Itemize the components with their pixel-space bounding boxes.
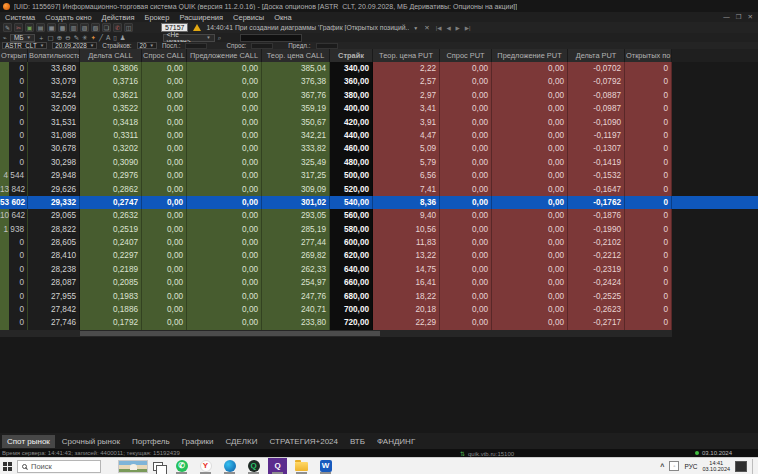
cell[interactable]: 0 xyxy=(625,129,672,142)
cell[interactable]: 0 xyxy=(625,142,672,155)
cell[interactable]: 0 xyxy=(625,183,672,196)
cell[interactable]: 0,3522 xyxy=(80,102,142,115)
cell[interactable]: 0,00 xyxy=(187,209,262,222)
cell[interactable]: -0,2424 xyxy=(568,276,625,289)
cell[interactable]: 22,29 xyxy=(373,316,440,329)
cell[interactable]: 0,00 xyxy=(187,75,262,88)
cell[interactable]: 0,00 xyxy=(440,75,492,88)
cell[interactable]: 233,80 xyxy=(262,316,330,329)
cell[interactable]: 31,531 xyxy=(28,116,80,129)
minimize-button[interactable]: — xyxy=(723,13,730,21)
widgets-photo-icon[interactable] xyxy=(118,460,148,473)
column-header[interactable]: Теор. цена CALL xyxy=(262,49,330,62)
cell[interactable]: 0,00 xyxy=(492,263,568,276)
monitor-icon[interactable]: ▣ xyxy=(25,23,34,32)
cell[interactable]: 0 xyxy=(0,142,28,155)
cell[interactable]: -0,2717 xyxy=(568,316,625,329)
cell[interactable]: 0,00 xyxy=(440,196,492,209)
cell[interactable]: 0 xyxy=(625,290,672,303)
taskbar-search-input[interactable]: Поиск xyxy=(17,460,101,473)
clients-icon[interactable]: ◫ xyxy=(124,23,133,32)
cell[interactable]: 277,44 xyxy=(262,236,330,249)
cell[interactable]: 8,36 xyxy=(373,196,440,209)
cell[interactable]: 0,00 xyxy=(142,169,187,182)
cell[interactable]: 0,00 xyxy=(142,209,187,222)
workspace-tab[interactable]: Графики xyxy=(177,435,219,448)
cell[interactable]: 240,71 xyxy=(262,303,330,316)
zoom-in-icon[interactable]: ⊕ xyxy=(57,34,62,42)
cell[interactable]: 1 938 xyxy=(0,223,28,236)
close-button[interactable]: ✕ xyxy=(748,13,753,21)
task-view-icon[interactable] xyxy=(153,462,163,471)
column-header[interactable]: Спрос CALL xyxy=(142,49,187,62)
cell[interactable]: 359,19 xyxy=(262,102,330,115)
cell[interactable]: 0 xyxy=(625,249,672,262)
search-icon[interactable]: ⌕ xyxy=(218,34,222,42)
cell[interactable]: 301,02 xyxy=(262,196,330,209)
cell[interactable]: 0,00 xyxy=(187,116,262,129)
quik-green-icon[interactable]: Q xyxy=(244,458,263,474)
cell[interactable]: 520,00 xyxy=(330,183,373,196)
table-row[interactable]: 027,8420,18860,000,00240,71700,0020,180,… xyxy=(0,303,758,316)
cell[interactable]: 0,00 xyxy=(440,156,492,169)
table-row[interactable]: 028,0870,20850,000,00254,97660,0016,410,… xyxy=(0,276,758,289)
table-row[interactable]: 4 54429,9480,29760,000,00317,25500,006,5… xyxy=(0,169,758,182)
cell[interactable]: 0 xyxy=(625,236,672,249)
column-header[interactable]: Открытых по xyxy=(625,49,672,62)
table-row[interactable]: 13 84229,6260,28620,000,00309,09520,007,… xyxy=(0,183,758,196)
cell[interactable]: 0,00 xyxy=(187,236,262,249)
menu-item[interactable]: Брокер xyxy=(144,13,169,22)
cell[interactable]: -0,1532 xyxy=(568,169,625,182)
cell[interactable]: 0,00 xyxy=(492,316,568,329)
cascade-windows-icon[interactable]: ▩ xyxy=(58,23,67,32)
cell[interactable]: 285,19 xyxy=(262,223,330,236)
client-combo[interactable]: <Не указан> ▼ xyxy=(163,34,215,42)
cell[interactable]: 0,1983 xyxy=(80,290,142,303)
cell[interactable]: 11,83 xyxy=(373,236,440,249)
scrollbar-thumb[interactable] xyxy=(80,331,380,336)
cell[interactable]: 0,00 xyxy=(440,316,492,329)
cell[interactable]: 0,00 xyxy=(187,276,262,289)
cell[interactable]: -0,1197 xyxy=(568,129,625,142)
cell[interactable]: 32,524 xyxy=(28,89,80,102)
cell[interactable]: 0 xyxy=(0,129,28,142)
cell[interactable]: 0,00 xyxy=(492,62,568,75)
menu-item[interactable]: Создать окно xyxy=(45,13,91,22)
cell[interactable]: 660,00 xyxy=(330,276,373,289)
cell[interactable]: 0,00 xyxy=(440,102,492,115)
cell[interactable]: 0,00 xyxy=(440,169,492,182)
cell[interactable]: 0,2862 xyxy=(80,183,142,196)
cell[interactable]: 0,00 xyxy=(492,75,568,88)
yandex-browser-icon[interactable]: Y xyxy=(196,458,215,474)
hidden-icons-chevron[interactable]: ^ xyxy=(660,463,664,470)
cell[interactable]: 0,00 xyxy=(142,116,187,129)
cell[interactable]: -0,1647 xyxy=(568,183,625,196)
cell[interactable]: 0,00 xyxy=(187,129,262,142)
cell[interactable]: 0,3202 xyxy=(80,142,142,155)
cell[interactable]: -0,1090 xyxy=(568,116,625,129)
cell[interactable]: 30,678 xyxy=(28,142,80,155)
cell[interactable]: 0,00 xyxy=(142,263,187,276)
cell[interactable]: 0,3090 xyxy=(80,156,142,169)
whatsapp-icon[interactable]: ✆ xyxy=(172,458,191,474)
cell[interactable]: 16,41 xyxy=(373,276,440,289)
cell[interactable]: 0 xyxy=(0,249,28,262)
cell[interactable]: 0,00 xyxy=(440,263,492,276)
cell[interactable]: 27,955 xyxy=(28,290,80,303)
clipboard-icon[interactable]: ▯ xyxy=(113,34,117,42)
cell[interactable]: 0,1886 xyxy=(80,303,142,316)
cell[interactable]: 2,22 xyxy=(373,62,440,75)
cell[interactable]: 0,00 xyxy=(492,129,568,142)
cell[interactable]: 0,00 xyxy=(492,249,568,262)
cell[interactable]: 0,00 xyxy=(187,183,262,196)
cell[interactable]: 0 xyxy=(625,303,672,316)
cell[interactable]: 0,00 xyxy=(142,129,187,142)
cell[interactable]: 0,2297 xyxy=(80,249,142,262)
cell[interactable]: 293,05 xyxy=(262,209,330,222)
replay-button[interactable]: ◀ xyxy=(446,25,450,31)
show-desktop-strip[interactable] xyxy=(752,459,755,474)
cell[interactable]: 0 xyxy=(625,116,672,129)
column-header[interactable]: Дельта PUT xyxy=(568,49,625,62)
notification-center-icon[interactable] xyxy=(735,461,747,472)
cell[interactable]: 254,97 xyxy=(262,276,330,289)
